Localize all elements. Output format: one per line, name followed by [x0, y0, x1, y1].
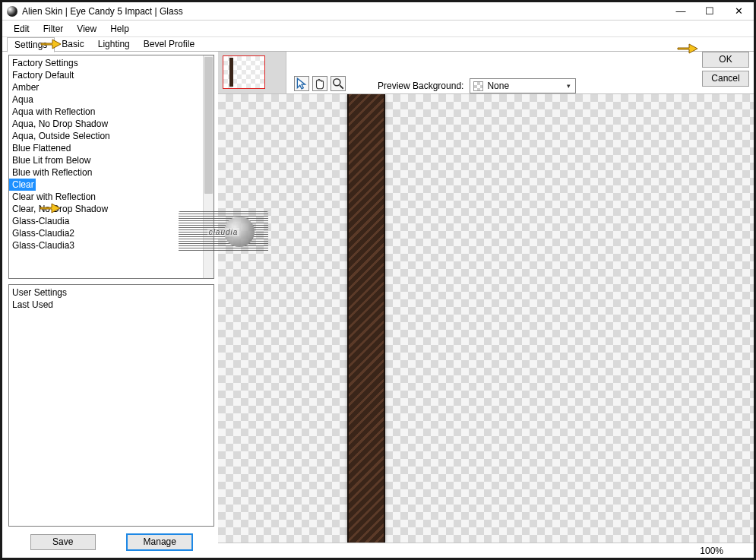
list-item[interactable]: Amber [9, 81, 203, 93]
user-settings-list[interactable]: User Settings Last Used [8, 284, 214, 527]
tab-basic[interactable]: Basic [55, 37, 90, 51]
svg-point-0 [334, 79, 340, 86]
list-item[interactable]: Clear with Reflection [9, 191, 203, 203]
preview-panel: Preview Background: None ▾ OK Cancel 100… [218, 52, 754, 558]
list-item[interactable]: Aqua, Outside Selection [9, 130, 203, 142]
cancel-button[interactable]: Cancel [702, 71, 749, 87]
window-title: Alien Skin | Eye Candy 5 Impact | Glass [22, 6, 666, 17]
list-item[interactable]: Factory Default [9, 69, 203, 81]
manage-button[interactable]: Manage [127, 534, 192, 550]
pointer-tool-icon[interactable] [294, 76, 309, 91]
list-item[interactable]: Blue Flattened [9, 142, 203, 154]
preview-canvas[interactable] [218, 93, 754, 543]
preview-bg-label: Preview Background: [378, 81, 463, 91]
transparency-swatch-icon [473, 81, 483, 91]
list-item[interactable]: Aqua [9, 93, 203, 106]
preview-toolbar: Preview Background: None ▾ OK Cancel [218, 52, 754, 93]
list-item[interactable]: Last Used [9, 299, 214, 311]
tab-bar: Settings Basic Lighting Bevel Profile [2, 36, 754, 52]
window-controls: — ☐ ✕ [666, 3, 753, 20]
tab-lighting[interactable]: Lighting [91, 37, 137, 51]
scroll-thumb[interactable] [204, 57, 213, 194]
tab-settings[interactable]: Settings [7, 37, 55, 52]
list-item[interactable]: Clear, No Drop Shadow [9, 203, 203, 215]
zoom-tool-icon[interactable] [331, 76, 346, 91]
preview-bg-select[interactable]: None ▾ [470, 78, 576, 93]
scrollbar[interactable] [203, 55, 214, 278]
tab-bevel-profile[interactable]: Bevel Profile [137, 37, 201, 51]
maximize-button[interactable]: ☐ [695, 3, 724, 20]
factory-settings-list[interactable]: Factory Settings Factory DefaultAmberAqu… [8, 55, 214, 279]
preview-bg-value: None [487, 81, 509, 91]
list-item[interactable]: Glass-Claudia [9, 215, 203, 227]
factory-settings-header: Factory Settings [9, 57, 203, 69]
menu-view[interactable]: View [70, 22, 103, 36]
bottom-buttons: Save Manage [8, 533, 214, 555]
list-item[interactable]: Aqua, No Drop Shadow [9, 118, 203, 130]
svg-line-1 [340, 85, 343, 89]
thumbnail-strip [218, 52, 286, 93]
menu-bar: Edit Filter View Help [2, 21, 754, 36]
thumbnail[interactable] [223, 55, 265, 89]
minimize-button[interactable]: — [666, 3, 695, 20]
save-button[interactable]: Save [30, 534, 96, 550]
status-bar: 100% [218, 543, 754, 558]
menu-filter[interactable]: Filter [36, 22, 71, 36]
list-item[interactable]: Glass-Claudia2 [9, 227, 203, 239]
user-settings-header: User Settings [9, 286, 214, 299]
list-item[interactable]: Aqua with Reflection [9, 106, 203, 118]
close-button[interactable]: ✕ [724, 3, 753, 20]
list-item[interactable]: Blue Lit from Below [9, 154, 203, 166]
list-item[interactable]: Glass-Claudia3 [9, 239, 203, 252]
zoom-level: 100% [700, 546, 723, 556]
title-bar: Alien Skin | Eye Candy 5 Impact | Glass … [2, 2, 754, 21]
list-item[interactable]: Clear [9, 179, 36, 191]
ok-button[interactable]: OK [702, 52, 749, 68]
list-item[interactable]: Blue with Reflection [9, 166, 203, 179]
menu-help[interactable]: Help [103, 22, 136, 36]
app-icon [7, 6, 17, 17]
settings-panel: Factory Settings Factory DefaultAmberAqu… [2, 52, 218, 558]
preview-content [347, 94, 385, 543]
hand-tool-icon[interactable] [312, 76, 327, 91]
menu-edit[interactable]: Edit [7, 22, 36, 36]
chevron-down-icon: ▾ [563, 81, 574, 91]
